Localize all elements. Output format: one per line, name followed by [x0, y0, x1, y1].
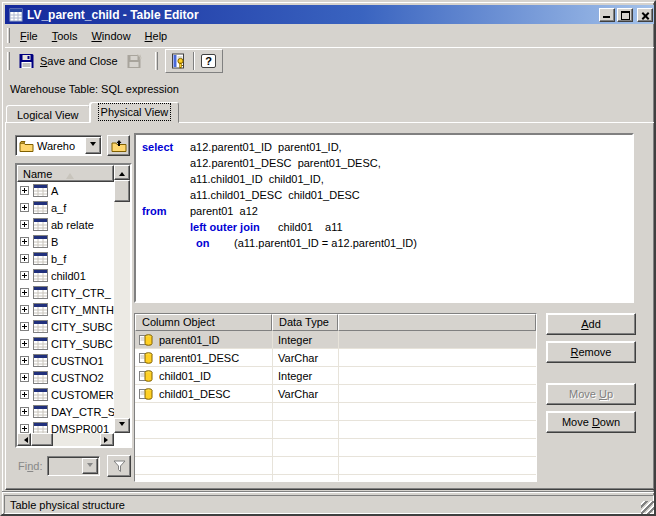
up-one-level-button[interactable]: [107, 135, 130, 156]
tree-item[interactable]: b_f: [17, 250, 114, 267]
help-button[interactable]: ?: [197, 51, 221, 71]
tree-name-column-header[interactable]: Name: [17, 165, 114, 182]
tree-item-label: CUSTNO2: [51, 372, 104, 384]
tree-item[interactable]: CUSTNO2: [17, 369, 114, 386]
table-icon: [33, 218, 48, 231]
tree-item[interactable]: DAY_CTR_S: [17, 403, 114, 420]
empty-row: [135, 439, 536, 457]
column-row[interactable]: child01_DESC VarChar: [135, 385, 536, 403]
scroll-up-button[interactable]: [114, 165, 130, 180]
tab-logical-view[interactable]: Logical View: [6, 105, 90, 123]
status-text: Table physical structure: [10, 499, 125, 511]
menu-window[interactable]: Window: [84, 28, 137, 44]
table-icon: [33, 235, 48, 248]
vertical-scroll-thumb[interactable]: [114, 180, 130, 202]
expand-plus-icon[interactable]: [20, 356, 29, 365]
save-as-button-disabled: [123, 51, 147, 71]
sql-expression-box[interactable]: selecta12.parent01_ID parent01_ID,a12.pa…: [134, 133, 634, 303]
window-title: LV_parent_child - Table Editor: [27, 8, 199, 22]
sql-line: left outer join child01 a11: [142, 219, 626, 235]
remove-button[interactable]: Remove: [546, 341, 636, 363]
menu-help[interactable]: Help: [138, 28, 175, 44]
column-object-header[interactable]: Column Object: [135, 314, 272, 331]
combo-dropdown-button[interactable]: [85, 137, 101, 154]
tree-item[interactable]: CITY_MNTH: [17, 301, 114, 318]
expand-plus-icon[interactable]: [20, 203, 29, 212]
minimize-button[interactable]: [599, 8, 615, 22]
maximize-button[interactable]: [617, 8, 633, 22]
tab-physical-view[interactable]: Physical View: [90, 102, 180, 123]
tree-item[interactable]: B: [17, 233, 114, 250]
data-type-header[interactable]: Data Type: [272, 314, 338, 331]
save-and-close-button[interactable]: Save and Close: [13, 50, 123, 73]
menu-grip[interactable]: [7, 28, 10, 43]
close-button[interactable]: [637, 8, 653, 22]
empty-header: [338, 314, 536, 331]
tree-vertical-scrollbar[interactable]: [114, 165, 130, 433]
toolbar-grip[interactable]: [7, 52, 10, 70]
expand-plus-icon[interactable]: [20, 254, 29, 263]
tree-item[interactable]: CUSTNO1: [17, 352, 114, 369]
warehouse-folder-value: Wareho: [34, 140, 85, 152]
tree-item[interactable]: CITY_SUBC: [17, 318, 114, 335]
tree-item-label: CITY_SUBC: [51, 338, 113, 350]
expand-plus-icon[interactable]: [20, 305, 29, 314]
tree-item[interactable]: a_f: [17, 199, 114, 216]
expand-plus-icon[interactable]: [20, 186, 29, 195]
menu-file[interactable]: File: [13, 28, 45, 44]
expand-plus-icon[interactable]: [20, 407, 29, 416]
expand-plus-icon[interactable]: [20, 288, 29, 297]
warehouse-table-tree: Name A a_f ab relat: [15, 163, 132, 448]
warehouse-folder-combobox[interactable]: Wareho: [15, 135, 102, 156]
column-name-cell: child01_DESC: [159, 388, 272, 400]
physical-view-panel: Wareho Name A: [5, 122, 655, 490]
table-icon: [33, 422, 48, 433]
sort-ascending-icon: [66, 169, 74, 179]
resize-grip[interactable]: [641, 501, 654, 514]
horizontal-scroll-thumb[interactable]: [31, 433, 53, 446]
scroll-left-button[interactable]: [17, 433, 31, 446]
toolbar-icon-group: ?: [165, 49, 223, 73]
column-row[interactable]: parent01_ID Integer: [135, 331, 536, 349]
tree-horizontal-scrollbar[interactable]: [17, 433, 114, 446]
tree-item-list: A a_f ab relate B: [17, 182, 114, 433]
scroll-right-button[interactable]: [100, 433, 114, 446]
table-icon: [33, 388, 48, 401]
tree-item[interactable]: CITY_CTR_: [17, 284, 114, 301]
tree-item[interactable]: A: [17, 182, 114, 199]
column-row[interactable]: child01_ID Integer: [135, 367, 536, 385]
filter-button[interactable]: [107, 455, 131, 477]
tree-item[interactable]: child01: [17, 267, 114, 284]
find-row: Find:: [18, 455, 131, 477]
tree-item[interactable]: ab relate: [17, 216, 114, 233]
sql-line: a12.parent01_DESC parent01_DESC,: [142, 155, 626, 171]
table-definition-button[interactable]: [167, 51, 191, 71]
expand-plus-icon[interactable]: [20, 373, 29, 382]
expand-plus-icon[interactable]: [20, 220, 29, 229]
table-icon: [33, 269, 48, 282]
toolbar-grip-2[interactable]: [155, 52, 158, 70]
menu-tools[interactable]: Tools: [45, 28, 85, 44]
table-icon: [33, 184, 48, 197]
expand-plus-icon[interactable]: [20, 339, 29, 348]
expand-plus-icon[interactable]: [20, 424, 29, 433]
tree-item[interactable]: DMSPR001: [17, 420, 114, 433]
move-down-button[interactable]: Move Down: [546, 411, 636, 433]
tree-item-label: b_f: [51, 253, 66, 265]
expand-plus-icon[interactable]: [20, 322, 29, 331]
expand-plus-icon[interactable]: [20, 237, 29, 246]
tree-item[interactable]: CITY_SUBC: [17, 335, 114, 352]
add-button[interactable]: Add: [546, 313, 636, 335]
expand-plus-icon[interactable]: [20, 271, 29, 280]
tree-item-label: CITY_MNTH: [51, 304, 114, 316]
column-name-cell: parent01_ID: [159, 334, 272, 346]
tree-item-label: ab relate: [51, 219, 94, 231]
column-row[interactable]: parent01_DESC VarChar: [135, 349, 536, 367]
arrow-left-icon: [21, 437, 28, 443]
scroll-down-button[interactable]: [114, 418, 130, 433]
funnel-icon: [112, 459, 127, 473]
tree-item[interactable]: CUSTOMER: [17, 386, 114, 403]
expand-plus-icon[interactable]: [20, 390, 29, 399]
column-name-cell: parent01_DESC: [159, 352, 272, 364]
tab-physical-view-label: Physical View: [101, 106, 169, 118]
